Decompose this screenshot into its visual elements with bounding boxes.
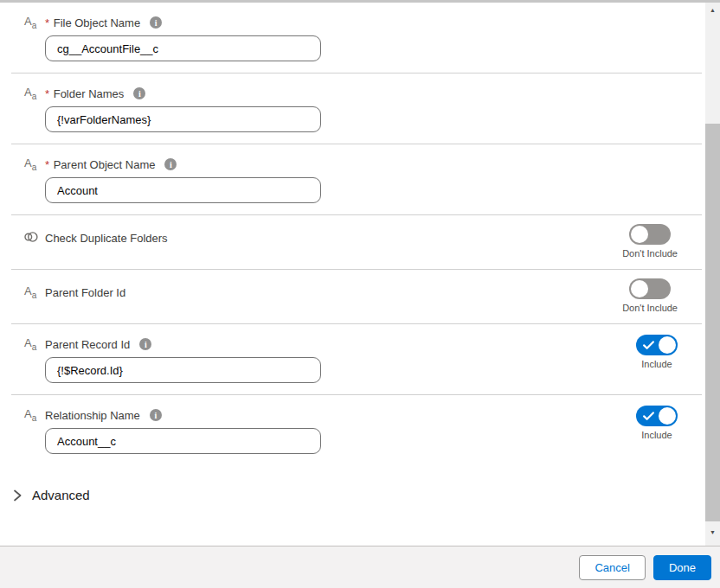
done-button[interactable]: Done bbox=[653, 555, 711, 580]
toggle-caption: Don't Include bbox=[622, 303, 678, 313]
toggle-row-check-duplicate-folders: Check Duplicate Folders Don't Include bbox=[11, 215, 702, 270]
info-icon[interactable]: i bbox=[139, 338, 151, 350]
check-icon bbox=[643, 412, 654, 421]
field-label-line: Aa Parent Record Id i bbox=[24, 336, 702, 352]
check-duplicate-folders-toggle[interactable] bbox=[629, 224, 671, 245]
text-type-icon: Aa bbox=[24, 284, 37, 300]
cancel-button[interactable]: Cancel bbox=[579, 555, 645, 580]
field-row-file-object-name: Aa * File Object Name i bbox=[11, 3, 702, 74]
parent-record-id-input[interactable] bbox=[45, 357, 321, 383]
text-type-icon: Aa bbox=[24, 157, 37, 172]
toggle-block: Don't Include bbox=[622, 278, 678, 313]
field-label: * Folder Names bbox=[45, 87, 124, 100]
text-type-icon: Aa bbox=[24, 15, 37, 30]
field-row-relationship-name: Aa Relationship Name i Include bbox=[11, 395, 702, 465]
field-row-parent-object-name: Aa * Parent Object Name i bbox=[11, 144, 702, 215]
required-marker: * bbox=[45, 87, 49, 100]
text-type-icon: Aa bbox=[24, 336, 37, 352]
boolean-type-icon bbox=[24, 231, 37, 246]
vertical-scrollbar: ▲ ▼ bbox=[705, 3, 720, 546]
toggle-knob bbox=[631, 226, 648, 243]
toggle-block: Include bbox=[636, 406, 678, 440]
form-scroll-area: Aa * File Object Name i Aa * Folder Name… bbox=[0, 3, 705, 546]
info-icon[interactable]: i bbox=[150, 16, 162, 29]
modal-footer: Cancel Done bbox=[0, 546, 720, 588]
info-icon[interactable]: i bbox=[164, 158, 177, 170]
toggle-block: Don't Include bbox=[622, 224, 678, 259]
parent-object-name-input[interactable] bbox=[45, 177, 321, 203]
field-row-parent-record-id: Aa Parent Record Id i Include bbox=[11, 324, 702, 395]
toggle-caption: Include bbox=[636, 430, 678, 440]
toggle-caption: Don't Include bbox=[622, 248, 678, 259]
scrollbar-thumb[interactable] bbox=[705, 124, 720, 521]
field-row-folder-names: Aa * Folder Names i bbox=[11, 74, 702, 144]
chevron-right-icon bbox=[12, 489, 22, 502]
scroll-down-arrow-icon[interactable]: ▼ bbox=[705, 526, 720, 539]
field-label: * Parent Object Name bbox=[45, 158, 155, 171]
file-object-name-input[interactable] bbox=[45, 35, 321, 61]
relationship-name-input[interactable] bbox=[45, 428, 321, 454]
field-label: Relationship Name bbox=[45, 409, 140, 422]
toggle-knob bbox=[659, 407, 676, 425]
check-icon bbox=[643, 341, 654, 350]
field-label: Parent Record Id bbox=[45, 338, 130, 351]
advanced-section-expander[interactable]: Advanced bbox=[12, 488, 90, 502]
field-label-line: Aa Parent Folder Id bbox=[24, 284, 702, 300]
flow-config-panel: Aa * File Object Name i Aa * Folder Name… bbox=[0, 0, 720, 588]
folder-names-input[interactable] bbox=[45, 106, 321, 132]
field-label-line: Aa * File Object Name i bbox=[24, 15, 702, 30]
parent-record-id-toggle[interactable] bbox=[636, 335, 678, 355]
required-marker: * bbox=[45, 158, 49, 171]
toggle-knob bbox=[659, 336, 676, 354]
field-label-line: Aa * Parent Object Name i bbox=[24, 157, 702, 172]
top-divider bbox=[0, 0, 720, 3]
toggle-row-parent-folder-id: Aa Parent Folder Id Don't Include bbox=[11, 270, 702, 324]
text-type-icon: Aa bbox=[24, 86, 37, 101]
toggle-block: Include bbox=[636, 335, 678, 369]
required-marker: * bbox=[45, 16, 49, 29]
parent-folder-id-toggle[interactable] bbox=[629, 278, 671, 299]
text-type-icon: Aa bbox=[24, 407, 37, 423]
toggle-caption: Include bbox=[636, 359, 678, 369]
field-label-line: Aa Relationship Name i bbox=[24, 407, 702, 423]
advanced-label: Advanced bbox=[32, 488, 90, 502]
scroll-up-arrow-icon[interactable]: ▲ bbox=[705, 3, 720, 16]
info-icon[interactable]: i bbox=[150, 409, 162, 421]
info-icon[interactable]: i bbox=[133, 87, 145, 99]
toggle-knob bbox=[631, 280, 648, 297]
field-label: Parent Folder Id bbox=[45, 286, 125, 299]
field-label: Check Duplicate Folders bbox=[45, 232, 168, 245]
relationship-name-toggle[interactable] bbox=[636, 406, 678, 426]
field-label-line: Aa * Folder Names i bbox=[24, 86, 702, 101]
field-label-line: Check Duplicate Folders bbox=[24, 230, 702, 246]
field-label: * File Object Name bbox=[45, 16, 140, 29]
